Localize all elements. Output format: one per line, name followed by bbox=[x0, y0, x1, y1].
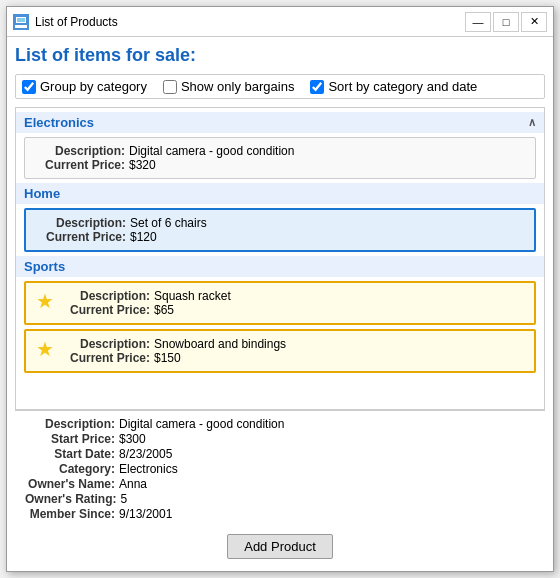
close-button[interactable]: ✕ bbox=[521, 12, 547, 32]
detail-description-label: Description: bbox=[25, 417, 115, 431]
window-title: List of Products bbox=[35, 15, 465, 29]
price-label: Current Price: bbox=[36, 230, 126, 244]
show-only-bargains-label[interactable]: Show only bargains bbox=[181, 79, 294, 94]
price-value: $150 bbox=[154, 351, 181, 365]
description-label: Description: bbox=[60, 289, 150, 303]
detail-member-since-label: Member Since: bbox=[25, 507, 115, 521]
price-value: $65 bbox=[154, 303, 174, 317]
category-name-sports: Sports bbox=[24, 259, 65, 274]
detail-owner-name-value: Anna bbox=[119, 477, 147, 491]
svg-rect-3 bbox=[17, 18, 25, 22]
description-value: Squash racket bbox=[154, 289, 231, 303]
svg-rect-1 bbox=[15, 25, 27, 28]
product-details: Description: Set of 6 chairs Current Pri… bbox=[36, 216, 524, 244]
category-name-electronics: Electronics bbox=[24, 115, 94, 130]
detail-start-price-line: Start Price: $300 bbox=[25, 432, 535, 446]
price-line: Current Price: $120 bbox=[36, 230, 524, 244]
minimize-button[interactable]: — bbox=[465, 12, 491, 32]
detail-owner-name-label: Owner's Name: bbox=[25, 477, 115, 491]
detail-start-price-value: $300 bbox=[119, 432, 146, 446]
price-value: $320 bbox=[129, 158, 156, 172]
product-row: ★ Description: Snowboard and bindings Cu… bbox=[36, 337, 524, 365]
product-item-squash-racket[interactable]: ★ Description: Squash racket Current Pri… bbox=[24, 281, 536, 325]
window-body: List of items for sale: Group by categor… bbox=[7, 37, 553, 571]
description-label: Description: bbox=[60, 337, 150, 351]
product-row: Description: Set of 6 chairs Current Pri… bbox=[36, 216, 524, 244]
title-bar: List of Products — □ ✕ bbox=[7, 7, 553, 37]
sort-by-category-date-option[interactable]: Sort by category and date bbox=[310, 79, 477, 94]
group-by-category-checkbox[interactable] bbox=[22, 80, 36, 94]
group-by-category-option[interactable]: Group by category bbox=[22, 79, 147, 94]
detail-category-line: Category: Electronics bbox=[25, 462, 535, 476]
description-value: Set of 6 chairs bbox=[130, 216, 207, 230]
detail-member-since-line: Member Since: 9/13/2001 bbox=[25, 507, 535, 521]
description-line: Description: Digital camera - good condi… bbox=[35, 144, 525, 158]
detail-description-line: Description: Digital camera - good condi… bbox=[25, 417, 535, 431]
detail-start-date-line: Start Date: 8/23/2005 bbox=[25, 447, 535, 461]
window-controls: — □ ✕ bbox=[465, 12, 547, 32]
description-label: Description: bbox=[36, 216, 126, 230]
detail-category-label: Category: bbox=[25, 462, 115, 476]
detail-start-price-label: Start Price: bbox=[25, 432, 115, 446]
price-line: Current Price: $150 bbox=[60, 351, 524, 365]
detail-owner-name-line: Owner's Name: Anna bbox=[25, 477, 535, 491]
description-value: Snowboard and bindings bbox=[154, 337, 286, 351]
description-line: Description: Set of 6 chairs bbox=[36, 216, 524, 230]
product-details: Description: Snowboard and bindings Curr… bbox=[60, 337, 524, 365]
maximize-button[interactable]: □ bbox=[493, 12, 519, 32]
price-label: Current Price: bbox=[60, 303, 150, 317]
category-header-sports[interactable]: Sports bbox=[16, 256, 544, 277]
main-window: List of Products — □ ✕ List of items for… bbox=[6, 6, 554, 572]
price-label: Current Price: bbox=[60, 351, 150, 365]
sort-by-category-date-label[interactable]: Sort by category and date bbox=[328, 79, 477, 94]
page-heading: List of items for sale: bbox=[15, 45, 545, 66]
collapse-icon-electronics[interactable]: ∧ bbox=[528, 116, 536, 129]
product-details: Description: Digital camera - good condi… bbox=[35, 144, 525, 172]
detail-category-value: Electronics bbox=[119, 462, 178, 476]
detail-member-since-value: 9/13/2001 bbox=[119, 507, 172, 521]
description-value: Digital camera - good condition bbox=[129, 144, 294, 158]
filter-options-row: Group by category Show only bargains Sor… bbox=[15, 74, 545, 99]
product-item-digital-camera[interactable]: Description: Digital camera - good condi… bbox=[24, 137, 536, 179]
detail-panel: Description: Digital camera - good condi… bbox=[15, 410, 545, 528]
detail-start-date-label: Start Date: bbox=[25, 447, 115, 461]
detail-owner-rating-label: Owner's Rating: bbox=[25, 492, 117, 506]
category-header-electronics[interactable]: Electronics ∧ bbox=[16, 112, 544, 133]
add-button-row: Add Product bbox=[15, 528, 545, 563]
product-item-chairs[interactable]: Description: Set of 6 chairs Current Pri… bbox=[24, 208, 536, 252]
price-line: Current Price: $320 bbox=[35, 158, 525, 172]
group-by-category-label[interactable]: Group by category bbox=[40, 79, 147, 94]
product-item-snowboard[interactable]: ★ Description: Snowboard and bindings Cu… bbox=[24, 329, 536, 373]
window-icon bbox=[13, 14, 29, 30]
bargain-star-icon: ★ bbox=[36, 339, 54, 359]
bargain-star-icon: ★ bbox=[36, 291, 54, 311]
price-line: Current Price: $65 bbox=[60, 303, 524, 317]
add-product-button[interactable]: Add Product bbox=[227, 534, 333, 559]
detail-description-value: Digital camera - good condition bbox=[119, 417, 284, 431]
product-details: Description: Squash racket Current Price… bbox=[60, 289, 524, 317]
detail-owner-rating-line: Owner's Rating: 5 bbox=[25, 492, 535, 506]
category-header-home[interactable]: Home bbox=[16, 183, 544, 204]
description-label: Description: bbox=[35, 144, 125, 158]
description-line: Description: Snowboard and bindings bbox=[60, 337, 524, 351]
product-row: Description: Digital camera - good condi… bbox=[35, 144, 525, 172]
detail-owner-rating-value: 5 bbox=[121, 492, 128, 506]
detail-start-date-value: 8/23/2005 bbox=[119, 447, 172, 461]
show-only-bargains-checkbox[interactable] bbox=[163, 80, 177, 94]
show-only-bargains-option[interactable]: Show only bargains bbox=[163, 79, 294, 94]
category-name-home: Home bbox=[24, 186, 60, 201]
price-value: $120 bbox=[130, 230, 157, 244]
price-label: Current Price: bbox=[35, 158, 125, 172]
description-line: Description: Squash racket bbox=[60, 289, 524, 303]
product-row: ★ Description: Squash racket Current Pri… bbox=[36, 289, 524, 317]
product-list[interactable]: Electronics ∧ Description: Digital camer… bbox=[15, 107, 545, 410]
sort-by-category-date-checkbox[interactable] bbox=[310, 80, 324, 94]
